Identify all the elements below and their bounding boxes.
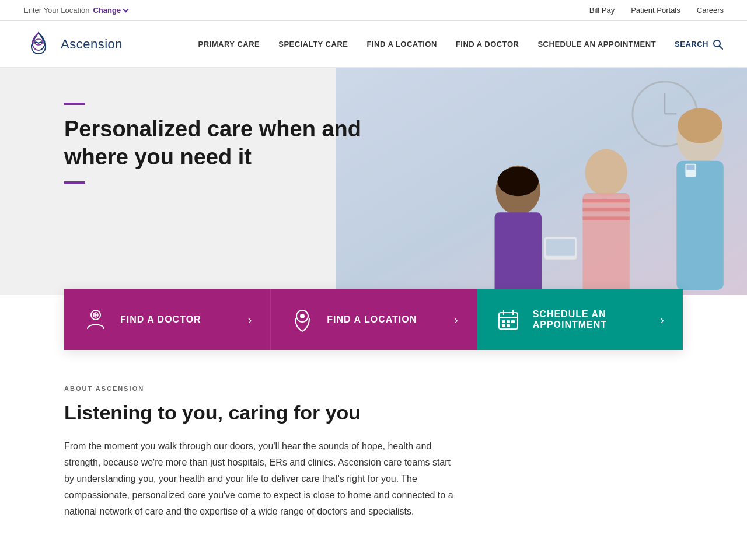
utility-bar: Enter Your Location Change Bill Pay Pati… [0, 0, 747, 21]
find-location-cta[interactable]: FIND A LOCATION › [270, 289, 476, 350]
svg-rect-14 [582, 216, 629, 220]
nav-primary-care[interactable]: PRIMARY CARE [198, 40, 260, 48]
logo[interactable]: Ascension [23, 29, 123, 60]
logo-text: Ascension [61, 37, 123, 52]
change-label: Change [93, 6, 121, 15]
search-label: SEARCH [675, 40, 708, 48]
about-title: Listening to you, caring for you [64, 401, 461, 424]
change-location-link[interactable]: Change [93, 6, 128, 15]
schedule-appointment-label: SCHEDULE AN APPOINTMENT [533, 309, 649, 330]
location-pin-icon [289, 307, 315, 332]
chevron-down-icon [123, 7, 129, 13]
about-body: From the moment you walk through our doo… [64, 438, 461, 520]
calendar-icon [495, 307, 521, 332]
schedule-appointment-arrow: › [660, 314, 664, 326]
svg-point-9 [678, 108, 722, 143]
svg-rect-16 [495, 212, 542, 295]
svg-rect-32 [502, 320, 505, 323]
svg-line-2 [720, 46, 723, 49]
patient-portals-link[interactable]: Patient Portals [631, 6, 680, 15]
nav-links: PRIMARY CARE SPECIALTY CARE FIND A LOCAT… [198, 38, 724, 50]
find-doctor-cta[interactable]: FIND A DOCTOR › [64, 289, 270, 350]
svg-rect-33 [507, 320, 510, 323]
find-doctor-arrow: › [248, 314, 252, 326]
svg-rect-19 [546, 239, 575, 256]
find-location-label: FIND A LOCATION [327, 314, 442, 325]
search-icon [712, 38, 724, 50]
hero-title: Personalized care when and where you nee… [64, 116, 368, 171]
main-nav: Ascension PRIMARY CARE SPECIALTY CARE FI… [0, 21, 747, 68]
find-doctor-label: FIND A DOCTOR [120, 314, 236, 325]
careers-link[interactable]: Careers [697, 6, 724, 15]
svg-point-27 [300, 314, 305, 318]
svg-rect-21 [686, 165, 694, 170]
location-label: Enter Your Location [23, 6, 89, 15]
svg-rect-8 [676, 161, 723, 290]
hero-accent-bottom [64, 181, 85, 184]
nav-schedule[interactable]: SCHEDULE AN APPOINTMENT [537, 40, 656, 48]
svg-rect-13 [582, 208, 629, 211]
svg-rect-34 [511, 320, 515, 323]
svg-rect-12 [582, 199, 629, 202]
location-bar: Enter Your Location Change [23, 6, 128, 15]
svg-point-17 [498, 167, 539, 196]
about-section: ABOUT ASCENSION Listening to you, caring… [0, 350, 747, 543]
hero-section: Personalized care when and where you nee… [0, 68, 747, 295]
svg-point-10 [585, 149, 627, 196]
schedule-appointment-cta[interactable]: SCHEDULE AN APPOINTMENT › [477, 289, 683, 350]
svg-rect-36 [507, 324, 510, 327]
nav-specialty-care[interactable]: SPECIALTY CARE [278, 40, 348, 48]
svg-rect-35 [502, 324, 505, 327]
search-button[interactable]: SEARCH [675, 38, 724, 50]
cta-section: FIND A DOCTOR › FIND A LOCATION › [64, 289, 683, 350]
find-location-arrow: › [454, 314, 458, 326]
doctor-icon [83, 307, 109, 332]
bill-pay-link[interactable]: Bill Pay [589, 6, 615, 15]
hero-content: Personalized care when and where you nee… [0, 68, 448, 207]
nav-find-doctor[interactable]: FIND A DOCTOR [456, 40, 519, 48]
utility-links: Bill Pay Patient Portals Careers [589, 6, 724, 15]
ascension-logo-icon [23, 29, 54, 60]
hero-accent-top [64, 103, 85, 105]
about-section-label: ABOUT ASCENSION [64, 385, 683, 392]
nav-find-location[interactable]: FIND A LOCATION [366, 40, 437, 48]
